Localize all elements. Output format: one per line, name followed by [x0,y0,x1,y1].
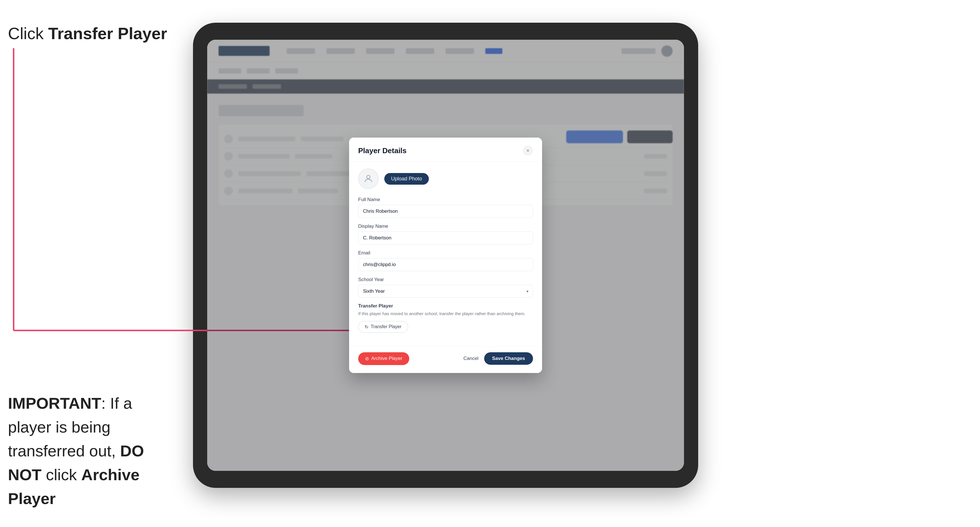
modal-header: Player Details × [349,138,542,162]
email-group: Email [358,250,533,271]
avatar-circle [358,168,379,189]
modal-title: Player Details [358,146,407,155]
display-name-label: Display Name [358,224,533,229]
school-year-label: School Year [358,277,533,283]
upload-photo-button[interactable]: Upload Photo [384,173,429,185]
display-name-input[interactable] [358,232,533,244]
transfer-section-title: Transfer Player [358,303,533,309]
display-name-group: Display Name [358,224,533,244]
transfer-section-description: If this player has moved to another scho… [358,311,533,317]
modal-body: Upload Photo Full Name Display Name [349,162,542,346]
instruction-bottom: IMPORTANT: If a player is being transfer… [8,391,178,511]
email-label: Email [358,250,533,256]
instruction-end: click [41,466,81,484]
transfer-player-section: Transfer Player If this player has moved… [358,303,533,333]
modal-close-button[interactable]: × [523,146,533,156]
transfer-player-button[interactable]: ↻ Transfer Player [358,321,408,333]
instruction-top: Click Transfer Player [8,23,167,44]
footer-right-actions: Cancel Save Changes [463,352,533,365]
modal-overlay: Player Details × Upload Photo [207,40,684,471]
email-input[interactable] [358,258,533,271]
avatar-section: Upload Photo [358,168,533,189]
important-label: IMPORTANT [8,394,101,412]
svg-point-0 [367,175,370,179]
tablet-screen: Player Details × Upload Photo [207,40,684,471]
refresh-icon: ↻ [365,324,368,330]
school-year-group: School Year First Year Second Year Third… [358,277,533,298]
school-year-select[interactable]: First Year Second Year Third Year Fourth… [358,285,533,298]
tablet-device: Player Details × Upload Photo [193,23,698,488]
archive-icon: ⊘ [365,356,369,362]
instruction-prefix: Click [8,24,48,43]
person-icon [363,174,374,184]
full-name-group: Full Name [358,197,533,218]
modal-footer: ⊘ Archive Player Cancel Save Changes [349,346,542,373]
save-changes-button[interactable]: Save Changes [484,352,533,365]
full-name-label: Full Name [358,197,533,203]
archive-player-button[interactable]: ⊘ Archive Player [358,352,409,365]
full-name-input[interactable] [358,205,533,218]
school-year-select-wrapper: First Year Second Year Third Year Fourth… [358,285,533,298]
transfer-player-label: Transfer Player [371,324,402,329]
player-details-modal: Player Details × Upload Photo [349,138,542,373]
archive-player-label: Archive Player [371,356,402,361]
cancel-button[interactable]: Cancel [463,356,479,361]
instruction-bold: Transfer Player [48,24,167,43]
